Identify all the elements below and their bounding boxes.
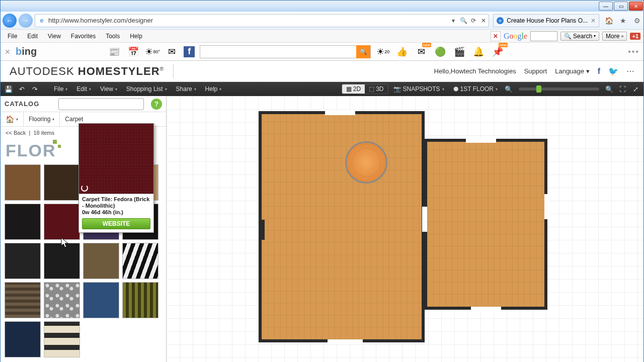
menu-file[interactable]: File▾ — [50, 84, 71, 94]
swatch[interactable] — [5, 321, 41, 357]
toolbar-close-icon[interactable]: ✕ — [5, 48, 11, 56]
spinner-icon — [81, 185, 88, 192]
swatch[interactable] — [122, 243, 158, 279]
browser-tab[interactable]: e Create House Floor Plans O... ✕ — [493, 14, 599, 27]
alert-icon[interactable]: 🔔 — [471, 45, 486, 59]
swatch[interactable] — [5, 282, 41, 318]
tab-close-icon[interactable]: ✕ — [591, 17, 596, 24]
gear-icon[interactable]: ⚙ — [632, 17, 641, 25]
menu-help[interactable]: Help▾ — [201, 84, 226, 94]
menu-view[interactable]: View — [44, 31, 65, 41]
floorplan-canvas[interactable] — [167, 96, 643, 362]
menu-view[interactable]: View▾ — [96, 84, 121, 94]
menu-file[interactable]: File — [4, 31, 21, 41]
menu-share[interactable]: Share▾ — [172, 84, 200, 94]
swatch[interactable] — [5, 164, 41, 201]
help-icon[interactable]: ? — [151, 99, 162, 110]
zoom-in-icon[interactable]: 🔍 — [603, 83, 615, 95]
more-button[interactable]: More» — [602, 32, 627, 41]
google-search-box[interactable] — [530, 31, 557, 41]
window-maximize-button[interactable]: ▭ — [614, 2, 628, 11]
overflow-icon[interactable]: ••• — [628, 47, 639, 56]
like-icon[interactable]: 👍 — [395, 45, 409, 59]
snapshots-dropdown[interactable]: 📷 SNAPSHOTS▾ — [389, 84, 448, 94]
back-link[interactable]: << Back — [6, 130, 26, 136]
pin-icon[interactable]: 📌new — [491, 45, 505, 59]
facebook-share-icon[interactable]: f — [598, 67, 600, 76]
refresh-icon[interactable]: ⟳ — [468, 17, 478, 24]
tooltip-website-button[interactable]: WEBSITE — [82, 218, 150, 229]
breadcrumb-home[interactable]: 🏠▾ — [1, 112, 24, 126]
swatch[interactable] — [5, 204, 41, 240]
fullscreen-icon[interactable]: ⤢ — [629, 83, 641, 95]
gplus-button[interactable]: +1 — [630, 33, 640, 40]
weather-icon[interactable]: ☀80° — [145, 45, 159, 59]
hotmail-icon[interactable]: ✉new — [414, 45, 428, 59]
save-icon[interactable]: 💾 — [3, 83, 15, 95]
swatch[interactable] — [122, 282, 158, 318]
favorites-icon[interactable]: ★ — [618, 17, 627, 25]
undo-icon[interactable]: ↶ — [16, 83, 28, 95]
catalog-search-input[interactable] — [59, 100, 144, 108]
mail-icon[interactable]: ✉ — [165, 45, 179, 59]
search-icon[interactable]: 🔍 — [458, 17, 468, 24]
swatch[interactable] — [83, 243, 119, 279]
redo-icon[interactable]: ↷ — [29, 83, 41, 95]
address-bar[interactable]: e ▾ 🔍 ⟳ ✕ — [35, 14, 489, 27]
rewards-icon[interactable]: ☀20 — [376, 45, 390, 59]
menu-edit[interactable]: Edit▾ — [72, 84, 95, 94]
toolbar-search-input[interactable] — [200, 48, 356, 55]
swatch-tooltip: Carpet Tile: Fedora (Brick - Monolithic)… — [78, 123, 154, 233]
back-button[interactable]: ← — [3, 14, 17, 28]
zoom-slider[interactable] — [519, 87, 599, 90]
support-link[interactable]: Support — [524, 67, 547, 75]
menu-edit[interactable]: Edit — [23, 31, 42, 41]
block-popup-icon[interactable]: ✕ — [491, 31, 501, 41]
zoom-thumb[interactable] — [536, 85, 541, 93]
forward-button[interactable]: → — [19, 14, 33, 28]
catalog-search[interactable]: 🔍 — [58, 98, 144, 110]
twitter-share-icon[interactable]: 🐦 — [608, 66, 618, 76]
room-right[interactable] — [424, 139, 547, 310]
window-minimize-button[interactable]: — — [599, 2, 613, 11]
fit-screen-icon[interactable]: ⛶ — [616, 83, 628, 95]
home-icon[interactable]: 🏠 — [604, 17, 613, 25]
app-header: AUTODESK HOMESTYLER® Hello,Howtech Techn… — [1, 61, 643, 82]
search-icon: 🔍 — [564, 33, 572, 40]
view-3d-button[interactable]: ⬚ 3D — [365, 84, 387, 94]
menu-help[interactable]: Help — [126, 31, 146, 41]
menu-tools[interactable]: Tools — [102, 31, 124, 41]
more-share-icon[interactable]: ⋯ — [626, 66, 634, 76]
toolbar-search-go-icon[interactable]: 🔍 — [356, 45, 370, 58]
swatch[interactable] — [44, 282, 80, 318]
new-badge: new — [499, 43, 508, 47]
skype-icon[interactable]: 🟢 — [433, 45, 447, 59]
swatch[interactable] — [83, 282, 119, 318]
swatch[interactable] — [44, 321, 80, 357]
room-left[interactable] — [259, 111, 425, 342]
facebook-icon[interactable]: f — [184, 46, 195, 57]
zoom-out-icon[interactable]: 🔍 — [503, 83, 515, 95]
floor-dropdown[interactable]: ⬢ 1ST FLOOR▾ — [449, 84, 502, 94]
window-close-button[interactable]: ✕ — [629, 2, 643, 11]
calendar-icon[interactable]: 📅 — [126, 45, 140, 59]
menu-favorites[interactable]: Favorites — [67, 31, 100, 41]
menu-shopping[interactable]: Shopping List▾ — [122, 84, 171, 94]
stop-icon[interactable]: ✕ — [478, 17, 489, 24]
url-input[interactable] — [48, 17, 448, 24]
round-table[interactable] — [345, 141, 387, 184]
opening — [422, 207, 427, 232]
dropdown-icon[interactable]: ▾ — [448, 17, 458, 24]
view-mode-toggle[interactable]: ▦ 2D ⬚ 3D — [342, 84, 388, 94]
view-2d-button[interactable]: ▦ 2D — [342, 84, 365, 94]
cursor-icon — [60, 237, 70, 249]
toolbar-search[interactable]: 🔍 — [200, 45, 371, 58]
swatch[interactable] — [44, 204, 80, 240]
language-dropdown[interactable]: Language ▾ — [555, 67, 589, 75]
video-icon[interactable]: 🎬 — [452, 45, 466, 59]
news-icon[interactable]: 📰 — [107, 45, 121, 59]
google-search-button[interactable]: 🔍Search▾ — [560, 32, 599, 41]
swatch[interactable] — [44, 164, 80, 201]
swatch[interactable] — [5, 243, 41, 279]
breadcrumb-flooring[interactable]: Flooring▾ — [24, 112, 60, 126]
